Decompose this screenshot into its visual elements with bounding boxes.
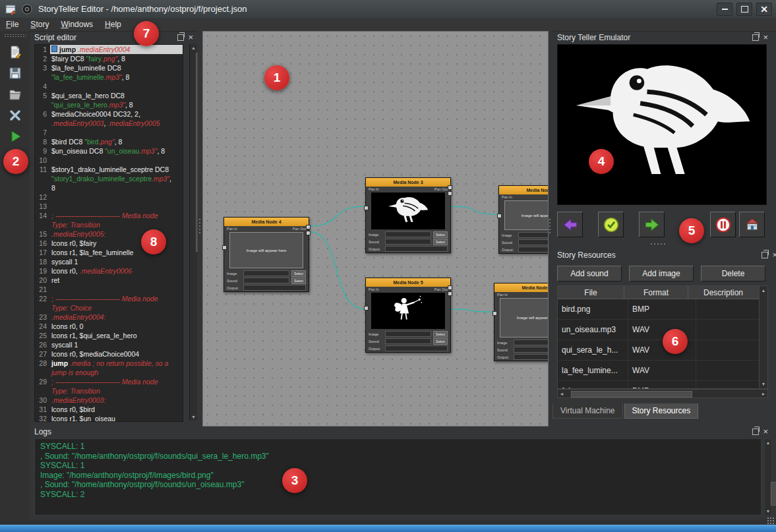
node-field-value[interactable]	[243, 278, 289, 283]
script-line[interactable]: .mediaEntry0003, .mediaEntry0005	[35, 119, 183, 128]
scroll-left-icon[interactable]: ◄	[558, 390, 566, 398]
home-button[interactable]	[739, 212, 765, 237]
emulator-titlebar[interactable]: Story Teller Emulator ×	[552, 31, 773, 44]
script-line[interactable]: "story1_drako_luminelle_sceptre.mp3",	[35, 174, 183, 183]
graph-node[interactable]: Media Node 3Pan InPan OutImageSelectSoun…	[365, 177, 451, 253]
scrollbar-thumb[interactable]	[571, 391, 692, 398]
script-line[interactable]: "la_fee_luminelle.mp3", 8	[35, 73, 183, 82]
script-line[interactable]: jump is enough	[35, 368, 183, 377]
node-field-value[interactable]	[385, 239, 431, 245]
script-line[interactable]: 12	[35, 192, 183, 202]
menu-windows[interactable]: Windows	[55, 18, 99, 30]
script-line[interactable]: 19lcons r0, .mediaEntry0006	[35, 266, 183, 276]
script-line[interactable]: 11$story1_drako_luminelle_sceptre DC8	[35, 165, 183, 174]
back-button[interactable]	[557, 212, 583, 237]
new-script-button[interactable]	[5, 43, 25, 61]
node-field-value[interactable]	[518, 239, 549, 245]
script-line[interactable]: 8	[35, 183, 183, 192]
scroll-right-icon[interactable]: ►	[760, 390, 767, 398]
node-title[interactable]: Media Node 4	[224, 218, 309, 226]
script-line[interactable]: 21	[35, 285, 183, 294]
close-button[interactable]: ✕	[756, 3, 772, 16]
node-title[interactable]: Media Node 5	[366, 278, 450, 287]
node-output-pin[interactable]	[306, 231, 311, 235]
script-line[interactable]: 23.mediaEntry0004:	[35, 312, 183, 322]
node-connection[interactable]	[308, 206, 365, 226]
add-sound-button[interactable]: Add sound	[557, 266, 622, 281]
graph-node[interactable]: Media Node 5Pan InPan OutImageSelectSoun…	[365, 278, 451, 353]
node-input-pin[interactable]	[497, 214, 502, 218]
script-line[interactable]: 29; ---------------------------- Media n…	[35, 377, 183, 386]
add-image-button[interactable]: Add image	[629, 266, 694, 281]
node-field-value[interactable]	[243, 270, 289, 276]
node-connection[interactable]	[450, 206, 498, 214]
script-line[interactable]: 5$qui_sera_le_hero DC8	[35, 91, 183, 100]
menu-story[interactable]: Story	[24, 18, 55, 30]
float-panel-icon[interactable]	[752, 429, 759, 435]
node-field-value[interactable]	[518, 232, 549, 238]
close-panel-icon[interactable]: ×	[763, 34, 768, 40]
close-project-button[interactable]	[5, 106, 25, 125]
script-line[interactable]: 22; ---------------------------- Media n…	[35, 294, 183, 303]
node-input-pin[interactable]	[222, 245, 227, 250]
pause-button[interactable]	[710, 212, 736, 237]
float-panel-icon[interactable]	[177, 34, 184, 41]
script-line[interactable]: 31lcons r0, $bird	[35, 405, 183, 414]
table-scrollbar[interactable]: ▲ ▼	[759, 286, 767, 388]
script-line[interactable]: 4	[35, 82, 183, 91]
node-input-pin[interactable]	[364, 306, 369, 310]
toolbar-grip[interactable]	[4, 34, 26, 38]
script-line[interactable]: Type: Transition	[35, 220, 183, 229]
script-line[interactable]: Type: Transition	[35, 386, 183, 396]
node-select-button[interactable]: Select	[433, 231, 448, 238]
close-panel-icon[interactable]: ×	[188, 34, 193, 40]
logs-titlebar[interactable]: Logs ×	[30, 425, 773, 438]
script-line[interactable]: 30.mediaEntry0003:	[35, 396, 183, 405]
script-line[interactable]: "qui_sera_le_hero.mp3", 8	[35, 100, 183, 109]
column-header-file[interactable]: File	[558, 286, 624, 299]
node-input-pin[interactable]	[492, 311, 497, 316]
node-input-pin[interactable]	[364, 206, 369, 210]
node-field-value[interactable]	[243, 285, 306, 291]
node-select-button[interactable]: Select	[433, 338, 448, 345]
menu-file[interactable]: File	[0, 18, 24, 30]
node-select-button[interactable]: Select	[291, 270, 306, 277]
script-line[interactable]: 14; ---------------------------- Media n…	[35, 211, 183, 220]
node-field-value[interactable]	[385, 246, 448, 252]
run-story-button[interactable]	[5, 127, 25, 146]
script-line[interactable]: 2$fairy DC8 "fairy.png", 8	[35, 54, 183, 63]
save-button[interactable]	[5, 64, 25, 82]
script-line[interactable]: 28jump .media ; no return possible, so a	[35, 359, 183, 368]
open-button[interactable]	[5, 85, 25, 103]
scrollbar-thumb[interactable]	[771, 482, 776, 506]
node-select-button[interactable]: Select	[433, 239, 448, 245]
close-panel-icon[interactable]: ×	[772, 252, 776, 258]
script-editor-scrollbar[interactable]: ▲ ▼	[189, 44, 197, 421]
node-output-pin[interactable]	[448, 291, 452, 296]
scroll-down-icon[interactable]: ▼	[760, 380, 767, 388]
node-field-value[interactable]	[514, 347, 549, 353]
node-field-value[interactable]	[385, 231, 431, 237]
node-title[interactable]: Media Node 6	[494, 283, 549, 292]
node-field-value[interactable]	[514, 354, 549, 360]
delete-button[interactable]: Delete	[701, 266, 765, 281]
node-title[interactable]: Media Node 3	[366, 178, 450, 187]
scroll-up-icon[interactable]: ▲	[765, 439, 771, 446]
node-canvas[interactable]: Media Node 4Pan InPan OutImage will appe…	[202, 31, 549, 427]
logs-output[interactable]: SYSCALL: 1, Sound: "/home/anthony/ostpro…	[34, 438, 761, 516]
script-line[interactable]: 27lcons r0, $mediaChoice0004	[35, 349, 183, 359]
script-line[interactable]: 32lcons r1, $un_oiseau	[35, 414, 183, 422]
table-horizontal-scrollbar[interactable]: ◄ ►	[557, 389, 768, 398]
float-panel-icon[interactable]	[761, 252, 768, 258]
node-field-value[interactable]	[518, 247, 549, 252]
script-line[interactable]: 9$un_oiseau DC8 "un_oiseau.mp3", 8	[35, 146, 183, 156]
script-line[interactable]: 18syscall 1	[35, 257, 183, 266]
graph-node[interactable]: Media Node 2Pan InPan OutImage will appe…	[498, 185, 549, 254]
script-line[interactable]: 13	[35, 202, 183, 211]
column-header-format[interactable]: Format	[624, 286, 688, 299]
script-line[interactable]: 8$bird DC8 "bird.png", 8	[35, 137, 183, 146]
node-select-button[interactable]: Select	[433, 331, 448, 338]
float-panel-icon[interactable]	[752, 34, 759, 41]
node-output-pin[interactable]	[448, 285, 452, 290]
tab-story-resources[interactable]: Story Resources	[624, 403, 699, 419]
